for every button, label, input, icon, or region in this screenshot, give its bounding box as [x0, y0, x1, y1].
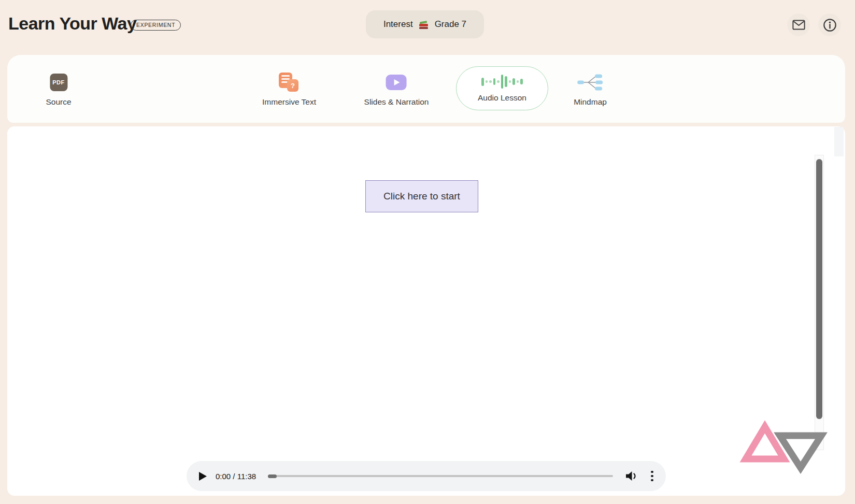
- scroll-corner-strip: [834, 127, 844, 156]
- tab-label: Mindmap: [574, 97, 607, 107]
- tab-slides-narration[interactable]: Slides & Narration: [364, 73, 429, 107]
- books-icon: [418, 20, 430, 29]
- volume-button[interactable]: [625, 470, 638, 482]
- audio-player: 0:00 / 11:38: [187, 461, 666, 491]
- scrollbar-thumb[interactable]: [816, 159, 822, 419]
- tab-audio-lesson[interactable]: Audio Lesson: [456, 66, 548, 110]
- tab-label: Source: [46, 97, 71, 107]
- context-pill[interactable]: Interest Grade 7: [366, 10, 484, 38]
- two-triangles-logo: [733, 420, 832, 474]
- tab-label: Audio Lesson: [478, 93, 526, 103]
- speaker-icon: [625, 470, 638, 482]
- player-menu-button[interactable]: [649, 469, 656, 484]
- slide-play-icon: [386, 75, 407, 90]
- tab-immersive-text[interactable]: ? Immersive Text: [262, 73, 316, 107]
- seek-handle[interactable]: [268, 474, 277, 478]
- play-icon: [199, 472, 207, 481]
- pdf-file-icon: PDF: [50, 74, 67, 91]
- seek-bar[interactable]: [268, 475, 613, 477]
- grade-label: Grade 7: [435, 19, 466, 30]
- tab-mindmap[interactable]: Mindmap: [574, 73, 607, 107]
- app-title: Learn Your Way: [8, 13, 136, 34]
- audio-waveform-icon: [481, 75, 523, 89]
- mail-icon: [792, 20, 805, 30]
- interest-label: Interest: [383, 19, 413, 30]
- ellipsis-icon: [651, 471, 653, 473]
- tab-label: Immersive Text: [262, 97, 316, 107]
- experiment-badge: EXPERIMENT: [131, 20, 181, 31]
- format-tabbar: PDF Source ? Immersive Text Slides & Nar…: [7, 55, 845, 123]
- tab-source[interactable]: PDF Source: [46, 73, 71, 107]
- mail-button[interactable]: [787, 13, 810, 36]
- info-button[interactable]: [818, 13, 841, 36]
- play-button[interactable]: [199, 472, 207, 481]
- tab-label: Slides & Narration: [364, 97, 429, 107]
- start-button[interactable]: Click here to start: [365, 180, 478, 212]
- document-question-icon: ?: [279, 73, 300, 92]
- info-icon: [823, 18, 837, 32]
- time-display: 0:00 / 11:38: [216, 472, 261, 481]
- mindmap-icon: [577, 72, 603, 93]
